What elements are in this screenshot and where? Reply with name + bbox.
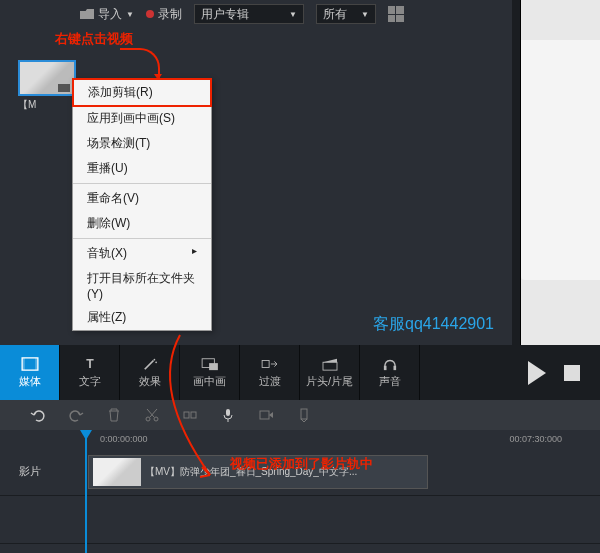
tab-effects[interactable]: 效果 [120,345,180,400]
svg-point-13 [146,417,150,421]
transition-icon [261,357,279,371]
video-icon[interactable] [258,407,274,423]
timeline-toolbar [0,400,600,430]
media-toolbar: 导入 ▼ 录制 用户专辑 ▼ 所有 ▼ [0,0,512,28]
tab-label: 过渡 [259,374,281,389]
timeline[interactable]: 0:00:00:000 00:07:30:000 影片 【MV】防弹少年团_春日… [0,430,600,553]
annotation-right-click: 右键点击视频 [55,30,133,48]
tab-label: 文字 [79,374,101,389]
category-dropdown[interactable]: 用户专辑 ▼ [194,4,304,24]
annotation-qq: 客服qq41442901 [373,314,494,335]
cut-icon[interactable] [144,407,160,423]
menu-properties[interactable]: 属性(Z) [73,305,211,330]
menu-replay[interactable]: 重播(U) [73,156,211,181]
svg-rect-17 [226,409,230,416]
svg-rect-2 [35,357,38,369]
menu-add-clip[interactable]: 添加剪辑(R) [72,78,212,107]
svg-rect-9 [262,360,269,367]
tab-label: 声音 [379,374,401,389]
playback-controls [528,345,600,400]
folder-icon [80,9,94,19]
annotation-added: 视频已添加到了影片轨中 [230,455,373,473]
stop-button[interactable] [564,365,580,381]
record-label: 录制 [158,6,182,23]
chevron-down-icon: ▼ [126,10,134,19]
split-icon[interactable] [182,407,198,423]
tab-text[interactable]: T 文字 [60,345,120,400]
svg-rect-19 [301,409,307,419]
clapper-icon [321,357,339,371]
annotation-arrow-1 [120,48,160,78]
thumbnail-image [18,60,76,96]
svg-rect-12 [393,365,396,369]
wand-icon [141,357,159,371]
svg-line-4 [144,360,153,369]
category-value: 用户专辑 [201,6,249,23]
menu-open-folder[interactable]: 打开目标所在文件夹(Y) [73,266,211,305]
marker-icon[interactable] [296,407,312,423]
tab-label: 效果 [139,374,161,389]
tab-bar: 媒体 T 文字 效果 画中画 过渡 片头/片尾 声音 [0,345,600,400]
media-thumbnail[interactable]: 【M [18,60,76,112]
menu-audio-track[interactable]: 音轨(X) [73,241,211,266]
redo-icon[interactable] [68,407,84,423]
menu-separator [73,238,211,239]
context-menu: 添加剪辑(R) 应用到画中画(S) 场景检测(T) 重播(U) 重命名(V) 删… [72,78,212,331]
svg-rect-18 [260,411,269,419]
svg-point-5 [153,358,155,360]
record-button[interactable]: 录制 [146,6,182,23]
filter-value: 所有 [323,6,347,23]
svg-point-6 [155,361,157,363]
preview-panel [520,0,600,345]
tab-intro[interactable]: 片头/片尾 [300,345,360,400]
tab-label: 片头/片尾 [306,374,353,389]
svg-text:T: T [86,357,94,371]
import-button[interactable]: 导入 ▼ [80,6,134,23]
pip-icon [201,357,219,371]
import-label: 导入 [98,6,122,23]
undo-icon[interactable] [30,407,46,423]
svg-rect-16 [191,412,196,418]
svg-rect-1 [22,357,25,369]
tab-label: 画中画 [193,374,226,389]
play-button[interactable] [528,361,546,385]
time-start: 0:00:00:000 [100,434,148,444]
preview-viewport [521,40,600,280]
tab-transition[interactable]: 过渡 [240,345,300,400]
media-panel: 导入 ▼ 录制 用户专辑 ▼ 所有 ▼ 右键点击视频 【M 添加剪辑(R [0,0,512,345]
time-end: 00:07:30:000 [509,434,562,444]
view-mode-button[interactable] [388,6,404,22]
thumbnail-label: 【M [18,98,76,112]
track-label: 影片 [0,464,60,479]
chevron-down-icon: ▼ [289,10,297,19]
mic-icon[interactable] [220,407,236,423]
svg-rect-10 [323,362,337,370]
svg-point-14 [154,417,158,421]
headphones-icon [381,357,399,371]
clip-thumbnail [93,458,141,486]
tab-sound[interactable]: 声音 [360,345,420,400]
menu-separator [73,183,211,184]
text-icon: T [81,357,99,371]
media-icon [21,357,39,371]
record-icon [146,10,154,18]
trash-icon[interactable] [106,407,122,423]
svg-rect-8 [209,363,218,370]
chevron-down-icon: ▼ [361,10,369,19]
menu-delete[interactable]: 删除(W) [73,211,211,236]
menu-rename[interactable]: 重命名(V) [73,186,211,211]
tab-label: 媒体 [19,374,41,389]
playhead[interactable] [85,430,87,553]
menu-apply-pip[interactable]: 应用到画中画(S) [73,106,211,131]
tab-pip[interactable]: 画中画 [180,345,240,400]
menu-scene-detect[interactable]: 场景检测(T) [73,131,211,156]
svg-rect-11 [383,365,386,369]
track-2[interactable] [0,496,600,544]
svg-rect-15 [184,412,189,418]
tab-media[interactable]: 媒体 [0,345,60,400]
filter-dropdown[interactable]: 所有 ▼ [316,4,376,24]
